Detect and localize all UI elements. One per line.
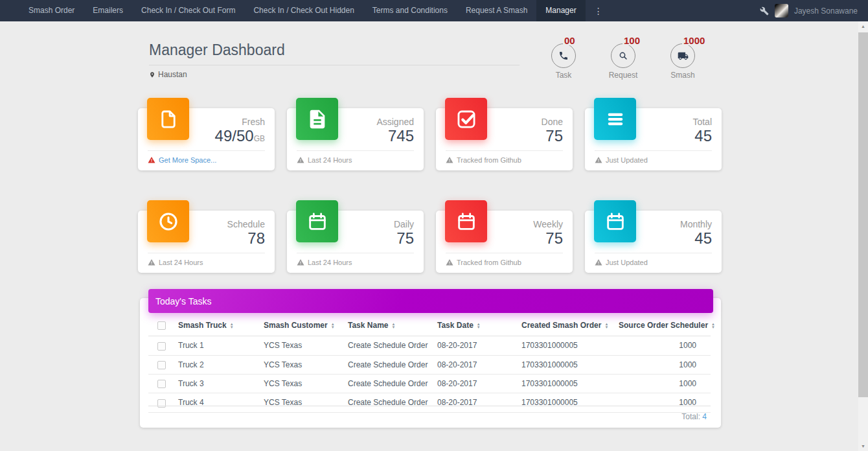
kebab-menu-icon[interactable]: ⋮ xyxy=(586,6,612,16)
cell-created-order: 1703301000005 xyxy=(521,374,619,393)
location-row: Haustan xyxy=(149,70,520,79)
get-more-space-link[interactable]: Get More Space... xyxy=(159,156,216,164)
row-checkbox[interactable] xyxy=(157,361,166,369)
task-count-badge: 00 xyxy=(563,36,577,45)
card-footer-text: Last 24 Hours xyxy=(159,259,203,266)
total-value[interactable]: 4 xyxy=(702,412,707,421)
nav-item-terms[interactable]: Terms and Conditions xyxy=(363,0,457,21)
sort-icon[interactable]: ▲▼ xyxy=(331,323,335,329)
cell-smash-truck: Truck 2 xyxy=(178,355,264,374)
card-footer: Last 24 Hours xyxy=(297,150,414,170)
warning-icon xyxy=(297,259,304,266)
nav-item-manager[interactable]: Manager xyxy=(536,0,585,21)
stat-cards-row-2: Schedule 78 Last 24 Hours Daily 75 Last … xyxy=(138,211,722,273)
navbar-right: Jayesh Sonawane xyxy=(760,4,868,17)
cell-smash-customer: YCS Texas xyxy=(264,336,348,355)
cell-task-name: Create Schedule Order xyxy=(348,336,437,355)
col-task-date[interactable]: Task Date▲▼ xyxy=(437,316,521,336)
location-label: Haustan xyxy=(158,70,187,79)
scrollbar-thumb[interactable] xyxy=(858,32,868,397)
smash-counter-button[interactable] xyxy=(670,43,695,68)
col-task-name[interactable]: Task Name▲▼ xyxy=(348,316,437,336)
nav-item-smash-order[interactable]: Smash Order xyxy=(19,0,84,21)
card-footer: Get More Space... xyxy=(148,150,265,170)
cell-created-order: 1703301000005 xyxy=(521,355,619,374)
smash-count-badge: 1000 xyxy=(682,36,706,45)
warning-icon xyxy=(148,259,155,266)
card-footer: Last 24 Hours xyxy=(148,253,265,273)
nav-item-check-in-out-form[interactable]: Check In / Check Out Form xyxy=(132,0,244,21)
sort-icon[interactable]: ▲▼ xyxy=(604,323,608,329)
tasks-table: Smash Truck▲▼ Smash Customer▲▼ Task Name… xyxy=(148,316,711,413)
request-counter-button[interactable] xyxy=(611,43,635,68)
request-count-badge: 100 xyxy=(622,36,641,45)
file-icon xyxy=(147,98,189,140)
truck-icon xyxy=(678,51,689,62)
page-title: Manager Dashboard xyxy=(149,41,520,59)
tasks-card-header: Today's Tasks xyxy=(148,289,713,313)
card-footer: Last 24 Hours xyxy=(297,253,414,273)
todays-tasks-card: Today's Tasks Smash Truck▲▼ Smash Custom… xyxy=(140,298,721,428)
stat-cards-row-1: Fresh 49/50GB Get More Space... Assigned… xyxy=(138,108,722,170)
warning-icon xyxy=(297,156,304,164)
nav-item-request-a-smash[interactable]: Request A Smash xyxy=(457,0,536,21)
cell-created-order: 1703301000005 xyxy=(521,336,619,355)
card-footer-text: Tracked from Github xyxy=(457,156,521,164)
stat-card-weekly: Weekly 75 Tracked from Github xyxy=(436,211,573,273)
sort-icon[interactable]: ▲▼ xyxy=(230,323,234,329)
cell-task-date: 08-20-2017 xyxy=(437,336,521,355)
table-row: Truck 3 YCS Texas Create Schedule Order … xyxy=(148,374,711,393)
task-counter-button[interactable] xyxy=(551,43,576,68)
warning-icon xyxy=(148,156,155,164)
counter-smash: 1000 Smash xyxy=(665,36,701,80)
check-square-icon xyxy=(445,98,487,140)
cell-task-date: 08-20-2017 xyxy=(437,355,521,374)
cell-smash-truck: Truck 3 xyxy=(178,374,264,393)
card-footer: Tracked from Github xyxy=(446,253,563,273)
cell-source-scheduler: 1000 xyxy=(619,355,711,374)
nav-item-check-in-out-hidden[interactable]: Check In / Check Out Hidden xyxy=(244,0,363,21)
col-smash-truck[interactable]: Smash Truck▲▼ xyxy=(178,316,264,336)
top-navbar: Smash Order Emailers Check In / Check Ou… xyxy=(0,0,868,21)
vertical-scrollbar[interactable]: ▲ ▼ xyxy=(858,21,868,451)
stat-card-fresh: Fresh 49/50GB Get More Space... xyxy=(138,108,275,170)
stat-card-schedule: Schedule 78 Last 24 Hours xyxy=(138,211,275,273)
card-footer-text: Just Updated xyxy=(606,259,648,266)
card-footer: Just Updated xyxy=(595,150,712,170)
stat-unit: GB xyxy=(254,134,265,143)
warning-icon xyxy=(446,156,453,164)
stat-card-done: Done 75 Tracked from Github xyxy=(436,108,573,170)
table-header-row: Smash Truck▲▼ Smash Customer▲▼ Task Name… xyxy=(148,316,711,336)
col-smash-customer[interactable]: Smash Customer▲▼ xyxy=(264,316,348,336)
tasks-footer: Total: 4 xyxy=(148,406,711,421)
sort-icon[interactable]: ▲▼ xyxy=(477,323,481,329)
col-source-order-scheduler[interactable]: Source Order Scheduler▲▼ xyxy=(619,316,711,336)
nav-item-emailers[interactable]: Emailers xyxy=(84,0,132,21)
cell-source-scheduler: 1000 xyxy=(619,374,711,393)
calendar-icon xyxy=(594,200,636,242)
user-avatar[interactable] xyxy=(775,4,788,17)
scroll-down-icon[interactable]: ▼ xyxy=(858,441,868,451)
page-header: Manager Dashboard Haustan xyxy=(149,41,520,79)
select-all-checkbox[interactable] xyxy=(157,321,166,330)
phone-icon xyxy=(558,51,569,61)
sort-icon[interactable]: ▲▼ xyxy=(391,323,395,329)
scroll-up-icon[interactable]: ▲ xyxy=(858,21,868,31)
table-row: Truck 2 YCS Texas Create Schedule Order … xyxy=(148,355,711,374)
warning-icon xyxy=(595,259,602,266)
sort-icon[interactable]: ▲▼ xyxy=(711,323,715,329)
cell-smash-customer: YCS Texas xyxy=(264,355,348,374)
total-label: Total: xyxy=(681,412,700,421)
row-checkbox[interactable] xyxy=(157,342,166,351)
row-checkbox[interactable] xyxy=(157,380,166,388)
warning-icon xyxy=(595,156,602,164)
card-footer-text: Just Updated xyxy=(606,156,648,164)
cell-source-scheduler: 1000 xyxy=(619,336,711,355)
wrench-icon[interactable] xyxy=(760,6,769,16)
clock-icon xyxy=(147,200,189,242)
user-name[interactable]: Jayesh Sonawane xyxy=(794,6,858,16)
task-counter-label: Task xyxy=(545,71,582,80)
request-counter-label: Request xyxy=(605,71,641,80)
calendar-icon xyxy=(445,200,487,242)
col-created-smash-order[interactable]: Created Smash Order▲▼ xyxy=(521,316,619,336)
